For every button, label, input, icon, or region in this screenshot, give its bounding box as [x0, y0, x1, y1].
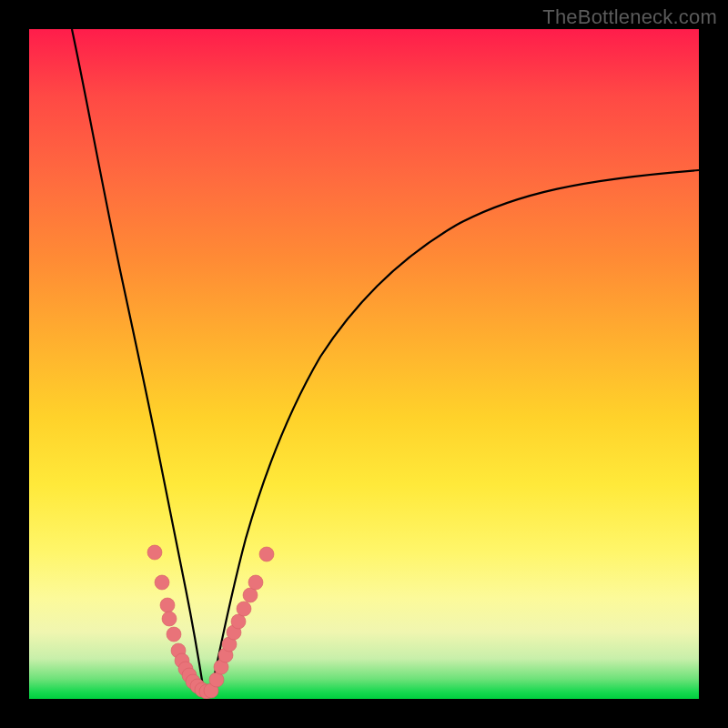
svg-point-19: [231, 614, 246, 629]
svg-point-22: [248, 575, 263, 590]
svg-point-20: [237, 602, 251, 616]
svg-point-21: [243, 588, 258, 602]
plot-area: [29, 29, 699, 699]
watermark-text: TheBottleneck.com: [542, 5, 717, 29]
svg-point-0: [147, 545, 162, 560]
svg-point-23: [259, 547, 274, 561]
curve-left-branch: [72, 29, 204, 692]
svg-point-1: [155, 575, 169, 590]
svg-point-14: [209, 672, 224, 687]
curve-layer: [29, 29, 699, 699]
curve-right-branch: [211, 170, 699, 692]
svg-point-2: [160, 598, 175, 612]
svg-point-4: [167, 627, 181, 642]
data-markers: [147, 545, 274, 699]
chart-frame: TheBottleneck.com: [0, 0, 728, 728]
svg-point-3: [162, 612, 177, 626]
